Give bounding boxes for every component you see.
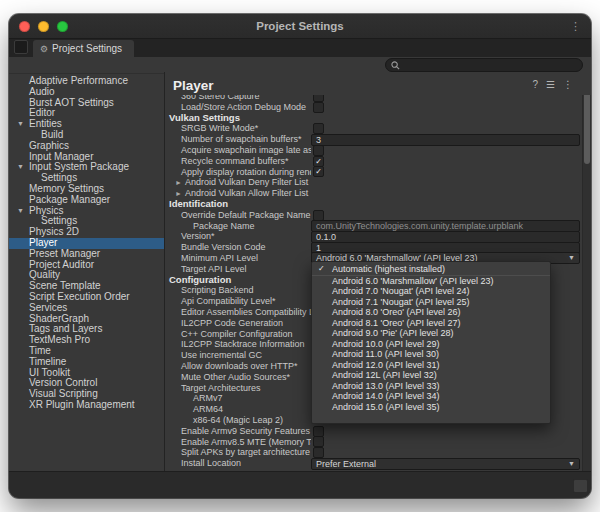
- sidebar-item-preset-manager[interactable]: Preset Manager: [9, 249, 164, 260]
- row-srgb-write-mode: SRGB Write Mode*: [165, 123, 591, 134]
- sidebar-item-label: Timeline: [29, 357, 66, 367]
- sidebar-item-audio[interactable]: Audio: [9, 87, 164, 98]
- sidebar-item-ui-toolkit[interactable]: UI Toolkit: [9, 368, 164, 379]
- menu-item-android-11-0-api-level-30[interactable]: Android 11.0 (API level 30): [312, 349, 550, 360]
- sidebar-item-visual-scripting[interactable]: Visual Scripting: [9, 389, 164, 400]
- sidebar-item-label: Adaptive Performance: [29, 76, 128, 86]
- sidebar-item-textmesh-pro[interactable]: TextMesh Pro: [9, 335, 164, 346]
- menu-item-automatic-highest-installed[interactable]: ✓Automatic (highest installed): [312, 264, 550, 276]
- resize-grip[interactable]: [573, 479, 588, 493]
- help-icon[interactable]: ?: [532, 80, 538, 90]
- sidebar-item-label: Time: [29, 346, 51, 356]
- search-box[interactable]: [385, 58, 583, 72]
- presets-icon[interactable]: ☰: [546, 80, 555, 90]
- menu-item-android-14-0-api-level-34[interactable]: Android 14.0 (API level 34): [312, 391, 550, 402]
- menu-item-android-9-0-pie-api-level-28[interactable]: Android 9.0 'Pie' (API level 28): [312, 328, 550, 339]
- search-input[interactable]: [403, 60, 577, 70]
- menu-item-android-15-0-api-level-35[interactable]: Android 15.0 (API level 35): [312, 402, 550, 413]
- row-label: Recycle command buffers*: [165, 156, 311, 167]
- row-vulkan-settings: Vulkan Settings: [165, 113, 591, 124]
- row-recycle-command-buffers: Recycle command buffers*✓: [165, 156, 591, 167]
- sidebar-item-label: Player: [29, 238, 57, 248]
- menu-item-android-12l-api-level-32[interactable]: Android 12L (API level 32): [312, 370, 550, 381]
- sidebar-item-version-control[interactable]: Version Control: [9, 378, 164, 389]
- sidebar-item-package-manager[interactable]: Package Manager: [9, 195, 164, 206]
- window-menu-icon[interactable]: ⋮: [570, 20, 581, 33]
- sidebar-item-build[interactable]: Build: [9, 130, 164, 141]
- foldout-closed-icon[interactable]: ►: [175, 179, 182, 186]
- menu-item-android-7-1-nougat-api-level-25[interactable]: Android 7.1 'Nougat' (API level 25): [312, 297, 550, 308]
- menu-item-android-6-0-marshmallow-api-level-23[interactable]: Android 6.0 'Marshmallow' (API level 23): [312, 276, 550, 287]
- menu-item-android-8-0-oreo-api-level-26[interactable]: Android 8.0 'Oreo' (API level 26): [312, 307, 550, 318]
- sidebar-item-input-system-package[interactable]: ▼Input System Package: [9, 162, 164, 173]
- text-field[interactable]: 3: [311, 134, 580, 146]
- sidebar-item-scene-template[interactable]: Scene Template: [9, 281, 164, 292]
- checkbox[interactable]: [313, 426, 324, 437]
- tab-project-settings[interactable]: ⚙ Project Settings: [33, 40, 134, 57]
- checkbox[interactable]: ✓: [313, 166, 324, 177]
- checkbox[interactable]: [313, 145, 324, 156]
- checkbox[interactable]: [313, 436, 324, 447]
- sidebar-item-timeline[interactable]: Timeline: [9, 357, 164, 368]
- row-value: [311, 145, 580, 156]
- sidebar-item-entities[interactable]: ▼Entities: [9, 119, 164, 130]
- row-value: ✓: [311, 156, 580, 167]
- sidebar-item-xr-plugin-management[interactable]: XR Plugin Management: [9, 400, 164, 411]
- minimize-button[interactable]: [38, 21, 49, 32]
- sidebar-item-label: TextMesh Pro: [29, 335, 90, 345]
- row-label: Api Compatibility Level*: [165, 296, 311, 307]
- row-label: Identification: [165, 199, 465, 210]
- sidebar-item-input-manager[interactable]: Input Manager: [9, 152, 164, 163]
- sidebar-item-services[interactable]: Services: [9, 303, 164, 314]
- dock-icon[interactable]: [14, 40, 28, 54]
- menu-item-android-7-0-nougat-api-level-24[interactable]: Android 7.0 'Nougat' (API level 24): [312, 286, 550, 297]
- checkbox[interactable]: [313, 102, 324, 113]
- sidebar-item-editor[interactable]: Editor: [9, 108, 164, 119]
- sidebar-item-memory-settings[interactable]: Memory Settings: [9, 184, 164, 195]
- sidebar-item-graphics[interactable]: Graphics: [9, 141, 164, 152]
- row-label: Scripting Backend: [165, 285, 311, 296]
- row-label: Version*: [165, 231, 311, 242]
- sidebar-item-player[interactable]: Player: [9, 238, 164, 249]
- row-value: [311, 436, 580, 447]
- row-label: Target API Level: [165, 264, 311, 275]
- row-label: Bundle Version Code: [165, 242, 311, 253]
- sidebar-item-physics-2d[interactable]: Physics 2D: [9, 227, 164, 238]
- menu-item-android-10-0-api-level-29[interactable]: Android 10.0 (API level 29): [312, 339, 550, 350]
- close-button[interactable]: [19, 21, 30, 32]
- row-label: Load/Store Action Debug Mode: [165, 102, 311, 113]
- foldout-open-icon[interactable]: ▼: [17, 206, 24, 217]
- sidebar-item-label: Physics: [29, 206, 63, 216]
- sidebar-item-project-auditor[interactable]: Project Auditor: [9, 260, 164, 271]
- menu-item-android-8-1-oreo-api-level-27[interactable]: Android 8.1 'Oreo' (API level 27): [312, 318, 550, 329]
- dropdown[interactable]: Prefer External▼: [311, 458, 580, 470]
- sidebar-item-adaptive-performance[interactable]: Adaptive Performance: [9, 76, 164, 87]
- row-label: Apply display rotation during rendering: [165, 167, 311, 178]
- sidebar-item-time[interactable]: Time: [9, 346, 164, 357]
- sidebar-item-label: Package Manager: [29, 195, 110, 205]
- sidebar-item-settings[interactable]: Settings: [9, 216, 164, 227]
- sidebar-item-shadergraph[interactable]: ShaderGraph: [9, 314, 164, 325]
- sidebar-item-burst-aot-settings[interactable]: Burst AOT Settings: [9, 98, 164, 109]
- title-bar[interactable]: Project Settings ⋮: [9, 14, 591, 39]
- sidebar-item-label: Version Control: [29, 378, 97, 388]
- more-icon[interactable]: ⋮: [563, 80, 573, 90]
- foldout-closed-icon[interactable]: ►: [175, 190, 182, 197]
- row-label: ARM64: [165, 404, 311, 415]
- menu-item-android-13-0-api-level-33[interactable]: Android 13.0 (API level 33): [312, 381, 550, 392]
- sidebar-item-label: UI Toolkit: [29, 368, 70, 378]
- zoom-button[interactable]: [57, 21, 68, 32]
- menu-item-android-12-0-api-level-31[interactable]: Android 12.0 (API level 31): [312, 360, 550, 371]
- row-label: Enable Armv8.5 MTE (Memory Tagging Exten…: [165, 437, 311, 448]
- sidebar-item-tags-and-layers[interactable]: Tags and Layers: [9, 324, 164, 335]
- check-icon: ✓: [318, 264, 325, 275]
- sidebar-item-label: Quality: [29, 270, 60, 280]
- sidebar-item-script-execution-order[interactable]: Script Execution Order: [9, 292, 164, 303]
- foldout-open-icon[interactable]: ▼: [17, 162, 24, 173]
- sidebar-item-physics[interactable]: ▼Physics: [9, 206, 164, 217]
- row-value: Prefer External▼: [311, 458, 580, 470]
- sidebar-item-quality[interactable]: Quality: [9, 270, 164, 281]
- sidebar-item-settings[interactable]: Settings: [9, 173, 164, 184]
- checkbox[interactable]: ✓: [313, 156, 324, 167]
- foldout-open-icon[interactable]: ▼: [17, 119, 24, 130]
